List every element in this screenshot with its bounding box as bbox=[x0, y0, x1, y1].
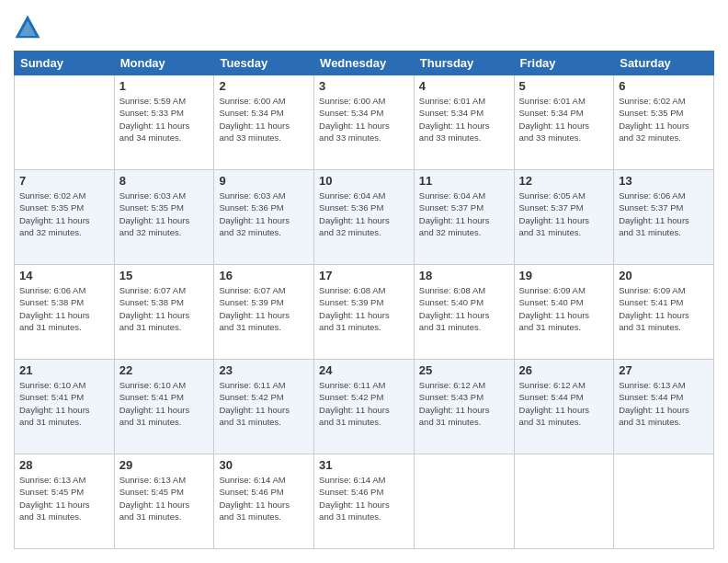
calendar-week-row: 7Sunrise: 6:02 AM Sunset: 5:35 PM Daylig… bbox=[15, 170, 714, 265]
calendar-cell: 8Sunrise: 6:03 AM Sunset: 5:35 PM Daylig… bbox=[114, 170, 214, 265]
calendar-cell bbox=[414, 454, 514, 549]
calendar-cell bbox=[614, 454, 714, 549]
calendar-cell: 21Sunrise: 6:10 AM Sunset: 5:41 PM Dayli… bbox=[15, 360, 115, 454]
calendar-cell: 26Sunrise: 6:12 AM Sunset: 5:44 PM Dayli… bbox=[514, 360, 614, 454]
calendar-cell: 19Sunrise: 6:09 AM Sunset: 5:40 PM Dayli… bbox=[514, 265, 614, 360]
calendar-cell bbox=[514, 454, 614, 549]
calendar-cell: 2Sunrise: 6:00 AM Sunset: 5:34 PM Daylig… bbox=[214, 75, 314, 170]
day-number: 2 bbox=[219, 79, 309, 93]
calendar-cell: 25Sunrise: 6:12 AM Sunset: 5:43 PM Dayli… bbox=[414, 360, 514, 454]
day-info: Sunrise: 6:07 AM Sunset: 5:38 PM Dayligh… bbox=[119, 284, 210, 333]
calendar-header-wednesday: Wednesday bbox=[314, 52, 415, 75]
day-number: 8 bbox=[119, 174, 210, 188]
day-number: 31 bbox=[319, 458, 409, 472]
day-info: Sunrise: 6:08 AM Sunset: 5:40 PM Dayligh… bbox=[419, 284, 509, 333]
day-info: Sunrise: 6:02 AM Sunset: 5:35 PM Dayligh… bbox=[619, 95, 709, 144]
day-number: 9 bbox=[219, 174, 309, 188]
day-info: Sunrise: 6:14 AM Sunset: 5:46 PM Dayligh… bbox=[319, 474, 409, 523]
day-info: Sunrise: 6:13 AM Sunset: 5:45 PM Dayligh… bbox=[119, 474, 210, 523]
calendar-cell: 23Sunrise: 6:11 AM Sunset: 5:42 PM Dayli… bbox=[214, 360, 314, 454]
calendar-cell: 22Sunrise: 6:10 AM Sunset: 5:41 PM Dayli… bbox=[114, 360, 214, 454]
day-info: Sunrise: 6:00 AM Sunset: 5:34 PM Dayligh… bbox=[219, 95, 309, 144]
day-number: 6 bbox=[619, 79, 709, 93]
day-number: 28 bbox=[19, 458, 109, 472]
calendar-cell: 28Sunrise: 6:13 AM Sunset: 5:45 PM Dayli… bbox=[15, 454, 115, 549]
day-number: 7 bbox=[19, 174, 109, 188]
calendar-cell: 7Sunrise: 6:02 AM Sunset: 5:35 PM Daylig… bbox=[15, 170, 115, 265]
day-info: Sunrise: 5:59 AM Sunset: 5:33 PM Dayligh… bbox=[119, 95, 210, 144]
calendar-cell: 9Sunrise: 6:03 AM Sunset: 5:36 PM Daylig… bbox=[214, 170, 314, 265]
calendar-cell: 20Sunrise: 6:09 AM Sunset: 5:41 PM Dayli… bbox=[614, 265, 714, 360]
day-info: Sunrise: 6:11 AM Sunset: 5:42 PM Dayligh… bbox=[219, 379, 309, 428]
day-number: 27 bbox=[619, 363, 709, 377]
day-number: 10 bbox=[319, 174, 409, 188]
day-info: Sunrise: 6:07 AM Sunset: 5:39 PM Dayligh… bbox=[219, 284, 309, 333]
calendar-week-row: 28Sunrise: 6:13 AM Sunset: 5:45 PM Dayli… bbox=[15, 454, 714, 549]
day-info: Sunrise: 6:11 AM Sunset: 5:42 PM Dayligh… bbox=[319, 379, 409, 428]
calendar-cell: 1Sunrise: 5:59 AM Sunset: 5:33 PM Daylig… bbox=[114, 75, 214, 170]
day-info: Sunrise: 6:13 AM Sunset: 5:44 PM Dayligh… bbox=[619, 379, 709, 428]
calendar-cell: 18Sunrise: 6:08 AM Sunset: 5:40 PM Dayli… bbox=[414, 265, 514, 360]
calendar-week-row: 14Sunrise: 6:06 AM Sunset: 5:38 PM Dayli… bbox=[15, 265, 714, 360]
day-info: Sunrise: 6:05 AM Sunset: 5:37 PM Dayligh… bbox=[519, 190, 609, 238]
calendar-cell: 14Sunrise: 6:06 AM Sunset: 5:38 PM Dayli… bbox=[15, 265, 115, 360]
day-info: Sunrise: 6:08 AM Sunset: 5:39 PM Dayligh… bbox=[319, 284, 409, 333]
day-number: 26 bbox=[519, 363, 609, 377]
day-info: Sunrise: 6:10 AM Sunset: 5:41 PM Dayligh… bbox=[119, 379, 210, 428]
day-number: 1 bbox=[119, 79, 210, 93]
calendar-cell bbox=[15, 75, 115, 170]
calendar-cell: 6Sunrise: 6:02 AM Sunset: 5:35 PM Daylig… bbox=[614, 75, 714, 170]
page: SundayMondayTuesdayWednesdayThursdayFrid… bbox=[0, 0, 728, 563]
calendar-header-friday: Friday bbox=[514, 52, 614, 75]
day-number: 11 bbox=[419, 174, 509, 188]
day-number: 14 bbox=[19, 269, 109, 282]
day-info: Sunrise: 6:13 AM Sunset: 5:45 PM Dayligh… bbox=[19, 474, 109, 523]
calendar-header-saturday: Saturday bbox=[614, 52, 714, 75]
day-info: Sunrise: 6:09 AM Sunset: 5:41 PM Dayligh… bbox=[619, 284, 709, 333]
calendar-header-thursday: Thursday bbox=[414, 52, 514, 75]
calendar-cell: 5Sunrise: 6:01 AM Sunset: 5:34 PM Daylig… bbox=[514, 75, 614, 170]
day-number: 20 bbox=[619, 269, 709, 282]
day-info: Sunrise: 6:00 AM Sunset: 5:34 PM Dayligh… bbox=[319, 95, 409, 144]
calendar-cell: 15Sunrise: 6:07 AM Sunset: 5:38 PM Dayli… bbox=[114, 265, 214, 360]
calendar-cell: 30Sunrise: 6:14 AM Sunset: 5:46 PM Dayli… bbox=[214, 454, 314, 549]
day-number: 30 bbox=[219, 458, 309, 472]
day-number: 4 bbox=[419, 79, 509, 93]
calendar-cell: 4Sunrise: 6:01 AM Sunset: 5:34 PM Daylig… bbox=[414, 75, 514, 170]
day-number: 24 bbox=[319, 363, 409, 377]
day-number: 23 bbox=[219, 363, 309, 377]
day-info: Sunrise: 6:04 AM Sunset: 5:36 PM Dayligh… bbox=[319, 190, 409, 238]
calendar-cell: 29Sunrise: 6:13 AM Sunset: 5:45 PM Dayli… bbox=[114, 454, 214, 549]
calendar-week-row: 21Sunrise: 6:10 AM Sunset: 5:41 PM Dayli… bbox=[15, 360, 714, 454]
calendar-cell: 16Sunrise: 6:07 AM Sunset: 5:39 PM Dayli… bbox=[214, 265, 314, 360]
calendar-cell: 24Sunrise: 6:11 AM Sunset: 5:42 PM Dayli… bbox=[314, 360, 415, 454]
day-number: 5 bbox=[519, 79, 609, 93]
calendar-cell: 10Sunrise: 6:04 AM Sunset: 5:36 PM Dayli… bbox=[314, 170, 415, 265]
day-number: 17 bbox=[319, 269, 409, 282]
day-number: 25 bbox=[419, 363, 509, 377]
calendar-week-row: 1Sunrise: 5:59 AM Sunset: 5:33 PM Daylig… bbox=[15, 75, 714, 170]
logo-icon bbox=[14, 14, 41, 41]
day-info: Sunrise: 6:10 AM Sunset: 5:41 PM Dayligh… bbox=[19, 379, 109, 428]
day-info: Sunrise: 6:01 AM Sunset: 5:34 PM Dayligh… bbox=[419, 95, 509, 144]
calendar-cell: 31Sunrise: 6:14 AM Sunset: 5:46 PM Dayli… bbox=[314, 454, 415, 549]
day-number: 22 bbox=[119, 363, 210, 377]
calendar-cell: 12Sunrise: 6:05 AM Sunset: 5:37 PM Dayli… bbox=[514, 170, 614, 265]
day-info: Sunrise: 6:12 AM Sunset: 5:44 PM Dayligh… bbox=[519, 379, 609, 428]
logo bbox=[14, 14, 45, 41]
calendar-cell: 11Sunrise: 6:04 AM Sunset: 5:37 PM Dayli… bbox=[414, 170, 514, 265]
day-info: Sunrise: 6:12 AM Sunset: 5:43 PM Dayligh… bbox=[419, 379, 509, 428]
calendar-header-tuesday: Tuesday bbox=[214, 52, 314, 75]
day-number: 21 bbox=[19, 363, 109, 377]
calendar-cell: 13Sunrise: 6:06 AM Sunset: 5:37 PM Dayli… bbox=[614, 170, 714, 265]
day-number: 16 bbox=[219, 269, 309, 282]
calendar-cell: 27Sunrise: 6:13 AM Sunset: 5:44 PM Dayli… bbox=[614, 360, 714, 454]
header bbox=[14, 14, 714, 41]
day-number: 12 bbox=[519, 174, 609, 188]
day-info: Sunrise: 6:03 AM Sunset: 5:36 PM Dayligh… bbox=[219, 190, 309, 238]
day-info: Sunrise: 6:09 AM Sunset: 5:40 PM Dayligh… bbox=[519, 284, 609, 333]
day-number: 3 bbox=[319, 79, 409, 93]
calendar-table: SundayMondayTuesdayWednesdayThursdayFrid… bbox=[14, 51, 714, 549]
calendar-header-monday: Monday bbox=[114, 52, 214, 75]
day-info: Sunrise: 6:06 AM Sunset: 5:38 PM Dayligh… bbox=[19, 284, 109, 333]
